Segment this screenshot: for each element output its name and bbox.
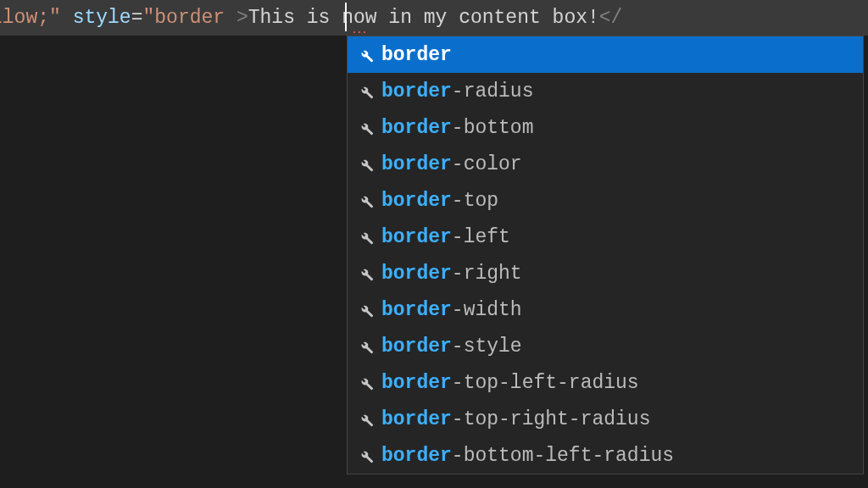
- autocomplete-item[interactable]: border-left: [348, 219, 863, 255]
- wrench-icon: [354, 302, 376, 319]
- autocomplete-item-label: border-style: [381, 336, 522, 358]
- autocomplete-item-label: border-bottom-left-radius: [381, 445, 674, 467]
- code-line[interactable]: ox-yellow;" style="border >This is now i…: [0, 0, 868, 36]
- autocomplete-item-label: border-top-left-radius: [381, 372, 639, 394]
- autocomplete-item[interactable]: border-top-right-radius: [348, 401, 863, 437]
- wrench-icon: [354, 192, 376, 209]
- code-token: [61, 7, 73, 29]
- wrench-icon: [354, 265, 376, 282]
- text-cursor: [345, 3, 347, 31]
- wrench-icon: [354, 338, 376, 355]
- autocomplete-item[interactable]: border-style: [348, 328, 863, 364]
- wrench-icon: [354, 374, 376, 391]
- error-squiggle: [352, 30, 367, 35]
- autocomplete-item-label: border-width: [381, 299, 522, 321]
- autocomplete-item[interactable]: border-top-left-radius: [348, 364, 863, 401]
- autocomplete-item-label: border: [381, 44, 452, 66]
- code-token: ox-yellow;": [0, 7, 61, 29]
- autocomplete-item[interactable]: border-bottom-left-radius: [348, 437, 863, 474]
- autocomplete-item-label: border-color: [381, 153, 522, 175]
- wrench-icon: [354, 47, 376, 64]
- autocomplete-item[interactable]: border-right: [348, 255, 863, 291]
- code-token: </: [599, 7, 623, 29]
- code-token: "border: [142, 7, 225, 29]
- autocomplete-item[interactable]: border-width: [348, 291, 863, 328]
- wrench-icon: [354, 156, 376, 173]
- wrench-icon: [354, 229, 376, 246]
- autocomplete-item[interactable]: border: [348, 36, 863, 73]
- wrench-icon: [354, 447, 376, 464]
- autocomplete-item-label: border-bottom: [381, 117, 533, 139]
- autocomplete-item[interactable]: border-top: [348, 182, 863, 219]
- autocomplete-item-label: border-right: [381, 263, 522, 285]
- code-token: =: [131, 7, 143, 29]
- code-token: style: [73, 7, 131, 29]
- code-token: >: [236, 7, 248, 29]
- autocomplete-item[interactable]: border-bottom: [348, 109, 863, 146]
- wrench-icon: [354, 119, 376, 136]
- autocomplete-item[interactable]: border-color: [348, 146, 863, 182]
- autocomplete-item-label: border-top-right-radius: [381, 408, 650, 430]
- code-text: ox-yellow;" style="border >This is now i…: [0, 0, 622, 36]
- autocomplete-item-label: border-left: [381, 226, 510, 248]
- wrench-icon: [354, 411, 376, 428]
- autocomplete-item-label: border-radius: [381, 80, 533, 103]
- autocomplete-item[interactable]: border-radius: [348, 73, 863, 109]
- autocomplete-item-label: border-top: [381, 190, 498, 212]
- code-token: This is now in my content box!: [248, 7, 599, 29]
- code-token: [225, 7, 236, 29]
- wrench-icon: [354, 83, 376, 100]
- autocomplete-popup[interactable]: borderborder-radiusborder-bottomborder-c…: [347, 36, 864, 474]
